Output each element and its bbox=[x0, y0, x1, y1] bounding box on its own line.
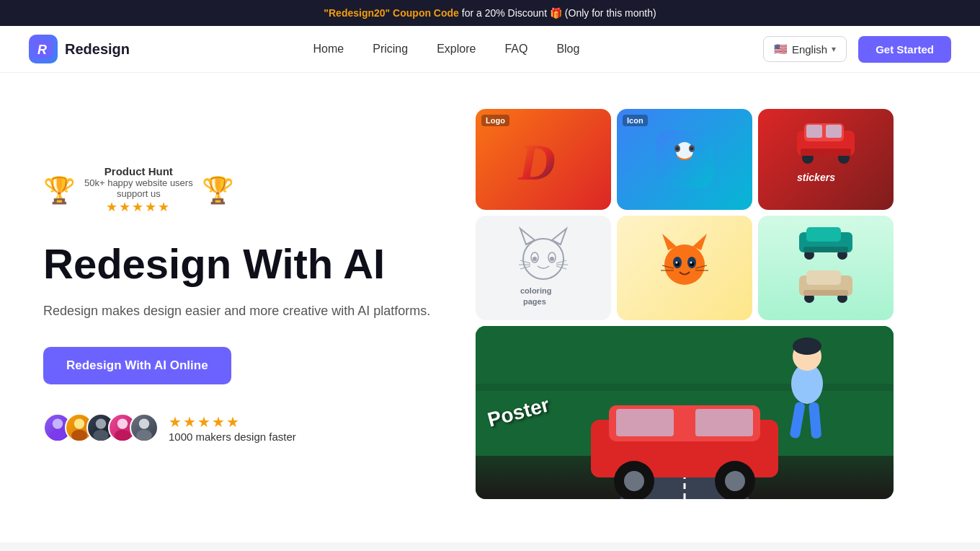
stickers-image: stickers bbox=[758, 109, 894, 210]
svg-point-75 bbox=[624, 471, 644, 491]
svg-point-17 bbox=[676, 147, 679, 150]
svg-rect-72 bbox=[695, 409, 753, 436]
svg-point-8 bbox=[117, 419, 128, 429]
svg-point-6 bbox=[96, 419, 106, 429]
svg-text:R: R bbox=[37, 43, 47, 57]
svg-point-3 bbox=[50, 430, 66, 441]
language-selector[interactable]: 🇺🇸 English ▾ bbox=[763, 36, 847, 62]
svg-line-34 bbox=[520, 260, 530, 263]
avatar-5 bbox=[130, 413, 159, 442]
product-hunt-subtitle2: support us bbox=[84, 188, 193, 199]
cat-image bbox=[617, 216, 752, 320]
svg-line-37 bbox=[556, 260, 566, 263]
lang-flag: 🇺🇸 bbox=[774, 43, 788, 56]
announcement-bar: "Redesign20" Coupon Code for a 20% Disco… bbox=[0, 0, 980, 26]
cat-card bbox=[617, 216, 752, 320]
icon-label: Icon bbox=[623, 115, 648, 126]
laurel-left-icon: 🏆 bbox=[43, 177, 76, 203]
hero-subtitle: Redesign makes design easier and more cr… bbox=[43, 301, 447, 321]
hero-left: 🏆 Product Hunt 50k+ happy website users … bbox=[43, 165, 447, 443]
proof-block: ★★★★★ 1000 makers design faster bbox=[169, 413, 296, 443]
stickers-card: stickers bbox=[758, 109, 894, 210]
cars-image bbox=[758, 216, 894, 320]
icon-card: Icon bbox=[617, 109, 752, 210]
svg-rect-80 bbox=[789, 402, 805, 439]
get-started-button[interactable]: Get Started bbox=[858, 36, 951, 63]
logo-card: Logo D bbox=[476, 109, 611, 210]
coloring-image: coloring pages bbox=[476, 216, 611, 320]
svg-rect-61 bbox=[806, 270, 841, 285]
cta-button[interactable]: Redesign With AI Online bbox=[43, 347, 231, 384]
svg-point-42 bbox=[664, 244, 705, 285]
svg-rect-56 bbox=[806, 227, 841, 242]
nav-logo[interactable]: R Redesign bbox=[29, 35, 130, 63]
poster-card: Poster bbox=[476, 326, 894, 499]
svg-point-2 bbox=[53, 419, 63, 429]
nav-links: Home Pricing Explore FAQ Blog bbox=[313, 43, 580, 56]
chevron-down-icon: ▾ bbox=[832, 44, 836, 54]
social-proof: ★★★★★ 1000 makers design faster bbox=[43, 413, 447, 443]
lang-label: English bbox=[792, 43, 827, 56]
svg-point-5 bbox=[71, 430, 87, 441]
nav-pricing[interactable]: Pricing bbox=[373, 43, 408, 55]
svg-point-4 bbox=[74, 419, 84, 429]
svg-point-9 bbox=[115, 430, 130, 441]
logo-label: Logo bbox=[481, 115, 509, 126]
proof-stars: ★★★★★ bbox=[169, 413, 296, 431]
svg-rect-25 bbox=[826, 125, 842, 138]
svg-point-33 bbox=[550, 257, 554, 261]
svg-point-18 bbox=[690, 147, 693, 150]
svg-point-32 bbox=[533, 257, 537, 261]
product-hunt-badge: 🏆 Product Hunt 50k+ happy website users … bbox=[43, 165, 447, 215]
svg-point-79 bbox=[793, 338, 821, 355]
laurel-right-icon: 🏆 bbox=[202, 177, 234, 203]
product-hunt-subtitle: 50k+ happy website users bbox=[84, 177, 193, 188]
user-avatars bbox=[43, 413, 159, 442]
svg-rect-23 bbox=[801, 149, 851, 156]
svg-rect-64 bbox=[803, 290, 848, 296]
nav-blog[interactable]: Blog bbox=[556, 43, 579, 55]
svg-point-50 bbox=[690, 261, 692, 263]
coupon-code: "Redesign20" Coupon Code bbox=[324, 7, 459, 19]
nav-explore[interactable]: Explore bbox=[437, 43, 476, 55]
logo-icon: R bbox=[29, 35, 58, 63]
svg-rect-59 bbox=[803, 247, 848, 252]
svg-point-76 bbox=[725, 471, 745, 491]
svg-text:coloring: coloring bbox=[520, 286, 551, 295]
announcement-message: for a 20% Discount 🎁 (Only for this mont… bbox=[462, 7, 656, 19]
nav-faq[interactable]: FAQ bbox=[504, 43, 527, 55]
product-hunt-stars: ★★★★★ bbox=[84, 199, 193, 215]
badge-text: Product Hunt 50k+ happy website users su… bbox=[84, 165, 193, 215]
svg-rect-81 bbox=[808, 402, 821, 438]
svg-point-10 bbox=[139, 419, 149, 429]
svg-text:stickers: stickers bbox=[797, 172, 835, 183]
svg-point-27 bbox=[523, 239, 564, 279]
svg-rect-24 bbox=[806, 125, 822, 138]
svg-point-11 bbox=[136, 430, 152, 441]
hero-section: 🏆 Product Hunt 50k+ happy website users … bbox=[0, 73, 980, 542]
navbar: R Redesign Home Pricing Explore FAQ Blog… bbox=[0, 26, 980, 73]
nav-right: 🇺🇸 English ▾ Get Started bbox=[763, 36, 951, 63]
svg-text:pages: pages bbox=[523, 297, 546, 306]
svg-rect-71 bbox=[616, 409, 674, 436]
hero-title: Redesign With AI bbox=[43, 241, 447, 287]
bottom-strip bbox=[0, 542, 980, 551]
svg-point-7 bbox=[93, 430, 109, 441]
nav-home[interactable]: Home bbox=[313, 43, 344, 55]
product-hunt-title: Product Hunt bbox=[84, 165, 193, 177]
logo-text: Redesign bbox=[65, 41, 130, 58]
hero-image-grid: Logo D Icon bbox=[476, 109, 894, 499]
proof-text: 1000 makers design faster bbox=[169, 431, 296, 443]
coloring-card: coloring pages bbox=[476, 216, 611, 320]
cars-card bbox=[758, 216, 894, 320]
svg-text:D: D bbox=[517, 133, 556, 188]
svg-point-49 bbox=[676, 261, 678, 263]
